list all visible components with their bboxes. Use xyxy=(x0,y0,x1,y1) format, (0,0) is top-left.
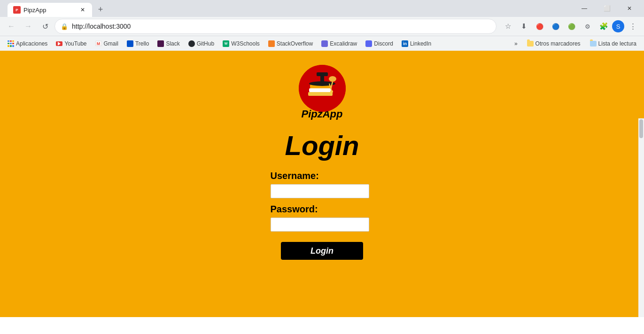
excalidraw-icon xyxy=(321,40,328,47)
apps-icon xyxy=(8,40,14,47)
window-controls: — ⬜ ✕ xyxy=(574,0,640,17)
bookmark-excalidraw[interactable]: Excalidraw xyxy=(318,38,361,49)
password-field-group: Password: xyxy=(271,204,374,232)
active-tab[interactable]: P PipzApp ✕ xyxy=(8,3,92,17)
bookmark-discord-label: Discord xyxy=(374,40,393,47)
logo-container: PipzApp xyxy=(299,65,346,120)
bookmark-excalidraw-label: Excalidraw xyxy=(330,40,357,47)
bookmark-w3-label: W3Schools xyxy=(231,40,260,47)
bookmark-lista-label: Lista de lectura xyxy=(598,40,636,47)
bookmark-star-button[interactable]: ☆ xyxy=(500,19,515,34)
trello-icon xyxy=(127,40,133,47)
username-field-group: Username: xyxy=(271,171,374,198)
bookmark-youtube-label: YouTube xyxy=(64,40,86,47)
username-input[interactable] xyxy=(271,184,369,198)
lock-icon: 🔒 xyxy=(61,23,68,30)
bookmark-otros[interactable]: Otros marcadores xyxy=(523,38,584,49)
reading-list-icon xyxy=(590,41,597,47)
bookmark-github-label: GitHub xyxy=(197,40,214,47)
bookmark-w3schools[interactable]: W W3Schools xyxy=(219,38,264,49)
bookmark-apps[interactable]: Aplicaciones xyxy=(4,38,51,49)
linkedin-icon: in xyxy=(402,40,408,47)
bookmark-gmail-label: Gmail xyxy=(104,40,118,47)
maximize-button[interactable]: ⬜ xyxy=(596,0,618,17)
bookmark-slack[interactable]: Slack xyxy=(154,38,183,49)
more-bookmarks-button[interactable]: » xyxy=(511,38,521,49)
new-tab-button[interactable]: + xyxy=(94,3,107,16)
tab-favicon: P xyxy=(13,6,21,14)
w3-icon: W xyxy=(223,40,229,47)
extension2-button[interactable]: 🔵 xyxy=(548,19,563,34)
bookmark-trello-label: Trello xyxy=(135,40,149,47)
logo-svg xyxy=(299,65,346,112)
nav-bar: ← → ↺ 🔒 http://localhost:3000 ☆ ⬇ 🔴 🔵 🟢 … xyxy=(0,17,644,36)
logo-image xyxy=(299,65,346,112)
bookmark-so-label: StackOverflow xyxy=(277,40,313,47)
extension3-button[interactable]: 🟢 xyxy=(564,19,579,34)
bookmark-lista[interactable]: Lista de lectura xyxy=(586,38,640,49)
bookmark-github[interactable]: GitHub xyxy=(185,38,218,49)
forward-button[interactable]: → xyxy=(21,19,36,34)
github-icon xyxy=(188,40,195,47)
bookmark-gmail[interactable]: M Gmail xyxy=(92,38,122,49)
bookmark-discord[interactable]: Discord xyxy=(362,38,397,49)
profile-button[interactable]: S xyxy=(612,20,624,32)
password-input[interactable] xyxy=(271,217,369,232)
svg-rect-6 xyxy=(317,72,328,76)
close-button[interactable]: ✕ xyxy=(619,0,640,17)
folder-icon xyxy=(527,41,534,47)
page-content: PipzApp Login Username: Password: Login xyxy=(0,51,644,317)
username-label: Username: xyxy=(271,171,319,181)
password-label: Password: xyxy=(271,204,318,215)
slack-icon xyxy=(157,40,164,47)
bookmark-slack-label: Slack xyxy=(166,40,179,47)
svg-point-9 xyxy=(329,76,336,82)
login-form: Username: Password: Login xyxy=(271,171,374,260)
discord-icon xyxy=(365,40,372,47)
bookmarks-bar: Aplicaciones YouTube M Gmail Trello Slac… xyxy=(0,36,644,51)
login-button[interactable]: Login xyxy=(281,242,363,260)
back-button[interactable]: ← xyxy=(4,19,19,34)
bookmark-apps-label: Aplicaciones xyxy=(16,40,47,47)
login-heading: Login xyxy=(285,130,359,161)
svg-rect-1 xyxy=(308,92,333,96)
bookmark-stackoverflow[interactable]: StackOverflow xyxy=(264,38,317,49)
bookmark-trello[interactable]: Trello xyxy=(123,38,153,49)
nav-actions: ☆ ⬇ 🔴 🔵 🟢 ⚙ 🧩 S ⋮ xyxy=(500,19,640,34)
tab-title: PipzApp xyxy=(23,7,46,14)
refresh-button[interactable]: ↺ xyxy=(38,19,53,34)
gmail-icon: M xyxy=(95,41,102,46)
tab-close-button[interactable]: ✕ xyxy=(79,6,86,14)
scrollbar-thumb[interactable] xyxy=(639,119,643,138)
svg-rect-2 xyxy=(309,88,332,92)
minimize-button[interactable]: — xyxy=(574,0,595,17)
url-text: http://localhost:3000 xyxy=(72,23,131,30)
address-bar[interactable]: 🔒 http://localhost:3000 xyxy=(54,19,497,34)
bookmark-linkedin-label: LinkedIn xyxy=(410,40,431,47)
bookmark-linkedin[interactable]: in LinkedIn xyxy=(398,38,435,49)
title-bar: P PipzApp ✕ + — ⬜ ✕ xyxy=(0,0,644,17)
bookmark-youtube[interactable]: YouTube xyxy=(52,38,90,49)
more-button[interactable]: ⋮ xyxy=(625,19,640,34)
svg-point-8 xyxy=(330,90,333,93)
scrollbar[interactable] xyxy=(638,118,644,317)
screenshot-button[interactable]: ⬇ xyxy=(516,19,531,34)
bookmark-otros-label: Otros marcadores xyxy=(535,40,581,47)
youtube-icon xyxy=(56,41,62,46)
bookmarks-right: » Otros marcadores Lista de lectura xyxy=(511,38,640,49)
extension4-button[interactable]: ⚙ xyxy=(580,19,595,34)
extension1-button[interactable]: 🔴 xyxy=(532,19,547,34)
puzzle-button[interactable]: 🧩 xyxy=(596,19,611,34)
stackoverflow-icon xyxy=(268,40,275,47)
